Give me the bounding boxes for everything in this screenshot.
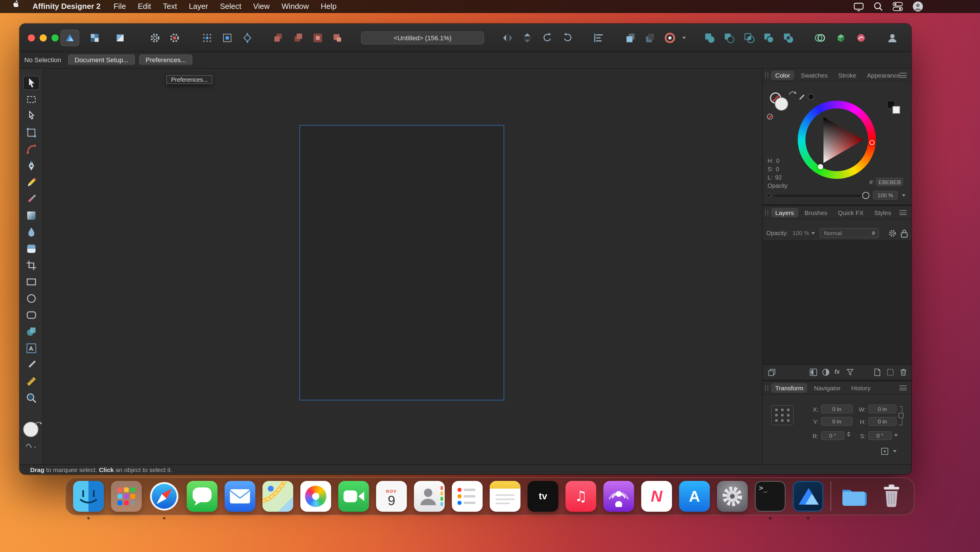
- boolean-combine-button[interactable]: [781, 31, 795, 45]
- panel-menu-icon[interactable]: [899, 73, 907, 78]
- dock-item-affinity-designer[interactable]: [793, 481, 824, 512]
- order-backward-button[interactable]: [643, 31, 657, 45]
- snapping-button[interactable]: [200, 31, 214, 45]
- export-persona-button[interactable]: [113, 31, 127, 45]
- rotate-cw-button[interactable]: [560, 31, 574, 45]
- style-picker-button[interactable]: [854, 31, 868, 45]
- insert-inside-button[interactable]: [311, 31, 325, 45]
- dock-item-finder[interactable]: [73, 481, 104, 512]
- opacity-value[interactable]: 100 %: [873, 191, 898, 199]
- tab-navigator[interactable]: Navigator: [810, 383, 845, 392]
- boolean-add-button[interactable]: [702, 31, 717, 45]
- fill-color-well[interactable]: [775, 97, 788, 111]
- tab-swatches[interactable]: Swatches: [797, 70, 832, 80]
- designer-persona-button[interactable]: [60, 30, 79, 46]
- panel-drag-grip[interactable]: [765, 210, 768, 215]
- flip-vertical-button[interactable]: [520, 31, 535, 45]
- dock-item-facetime[interactable]: [338, 481, 369, 512]
- tool-rectangle[interactable]: [23, 275, 39, 289]
- live-filter-icon[interactable]: [846, 368, 854, 377]
- dock-item-tv[interactable]: tv: [528, 481, 558, 512]
- dock-item-safari[interactable]: [149, 481, 180, 512]
- tool-corner[interactable]: [23, 142, 39, 156]
- mask-layer-icon[interactable]: [809, 368, 818, 377]
- tool-pencil[interactable]: [23, 175, 39, 190]
- add-layer-icon[interactable]: [873, 368, 882, 377]
- layer-opacity-value[interactable]: 100 %: [792, 230, 809, 236]
- opacity-slider-track[interactable]: [774, 195, 869, 196]
- tool-rounded-rectangle[interactable]: [23, 308, 39, 322]
- transform-origin-dropdown-icon[interactable]: [893, 450, 897, 453]
- rotation-input[interactable]: [821, 431, 845, 440]
- pixel-persona-button[interactable]: [88, 31, 102, 45]
- dock-item-trash[interactable]: [876, 481, 907, 512]
- assistant-button[interactable]: [663, 31, 677, 45]
- delete-layer-icon[interactable]: [899, 368, 908, 377]
- preferences-icon-button[interactable]: [167, 31, 182, 45]
- no-color-swatch[interactable]: [767, 114, 773, 120]
- dock-item-contacts[interactable]: [414, 481, 445, 512]
- document-title-popup[interactable]: <Untitled> (156.1%): [361, 31, 484, 45]
- apple-menu[interactable]: [5, 0, 25, 14]
- tool-point-transform[interactable]: [23, 126, 39, 140]
- dock-item-calendar[interactable]: NOV 9: [376, 481, 407, 512]
- tab-brushes[interactable]: Brushes: [800, 207, 832, 217]
- tool-vector-brush[interactable]: [23, 192, 39, 206]
- tool-crop[interactable]: [23, 258, 39, 273]
- dock-item-app-store[interactable]: A: [679, 481, 710, 512]
- h-input[interactable]: [868, 417, 897, 426]
- tab-transform[interactable]: Transform: [771, 383, 808, 392]
- menu-select[interactable]: Select: [214, 0, 247, 13]
- dock-item-maps[interactable]: [262, 481, 293, 512]
- tool-zoom[interactable]: [23, 391, 39, 405]
- user-avatar[interactable]: [913, 1, 923, 12]
- opacity-dropdown-icon[interactable]: [902, 194, 905, 197]
- tab-layers[interactable]: Layers: [771, 207, 798, 217]
- account-button[interactable]: [885, 31, 899, 45]
- tool-color-picker[interactable]: [23, 358, 39, 372]
- swap-colors-icon[interactable]: [789, 90, 797, 97]
- dropper-color-well[interactable]: [808, 94, 814, 100]
- tool-warp[interactable]: [23, 242, 39, 256]
- shear-dropdown-icon[interactable]: [894, 434, 898, 437]
- tab-history[interactable]: History: [847, 383, 875, 392]
- zoom-button[interactable]: [51, 34, 59, 41]
- rotate-ccw-button[interactable]: [540, 31, 555, 45]
- tool-measure[interactable]: [23, 374, 39, 389]
- menu-text[interactable]: Text: [157, 0, 183, 13]
- rotation-stepper[interactable]: [847, 432, 850, 437]
- transform-origin-icon[interactable]: [880, 447, 889, 456]
- tool-text[interactable]: A: [23, 341, 39, 355]
- dock-item-news[interactable]: N: [641, 481, 672, 512]
- tool-shape-builder[interactable]: [23, 325, 39, 339]
- menu-file[interactable]: File: [108, 0, 132, 13]
- swap-fill-stroke-icon[interactable]: [35, 421, 42, 426]
- insert-image-button[interactable]: [834, 31, 848, 45]
- add-group-icon[interactable]: [886, 368, 895, 377]
- dock-item-mail[interactable]: [224, 481, 255, 512]
- blend-mode-down-icon[interactable]: [872, 234, 875, 235]
- tool-fill[interactable]: [23, 209, 39, 223]
- tab-appearance[interactable]: Appearance: [863, 70, 905, 80]
- document-setup-button[interactable]: Document Setup...: [68, 54, 135, 65]
- flip-horizontal-button[interactable]: [501, 31, 515, 45]
- minimize-button[interactable]: [40, 34, 47, 41]
- y-input[interactable]: [821, 417, 853, 426]
- tool-move[interactable]: [23, 76, 39, 90]
- pixel-alignment-button[interactable]: [220, 31, 234, 45]
- document-setup-icon-button[interactable]: [148, 31, 162, 45]
- panel-drag-grip[interactable]: [765, 385, 768, 391]
- alignment-button[interactable]: [592, 31, 606, 45]
- contour-button[interactable]: [813, 31, 827, 45]
- insert-on-top-button[interactable]: [291, 31, 305, 45]
- tool-pen[interactable]: [23, 159, 39, 173]
- tab-quick-fx[interactable]: Quick FX: [834, 207, 867, 217]
- anchor-point-selector[interactable]: [771, 405, 794, 425]
- dock-item-launchpad[interactable]: [111, 481, 142, 512]
- x-input[interactable]: [821, 405, 853, 413]
- replace-selection-button[interactable]: [330, 31, 344, 45]
- dock-item-downloads[interactable]: [838, 481, 869, 512]
- tool-transparency[interactable]: [23, 225, 39, 239]
- panel-menu-icon[interactable]: [899, 386, 907, 390]
- edit-all-layers-icon[interactable]: [768, 368, 776, 377]
